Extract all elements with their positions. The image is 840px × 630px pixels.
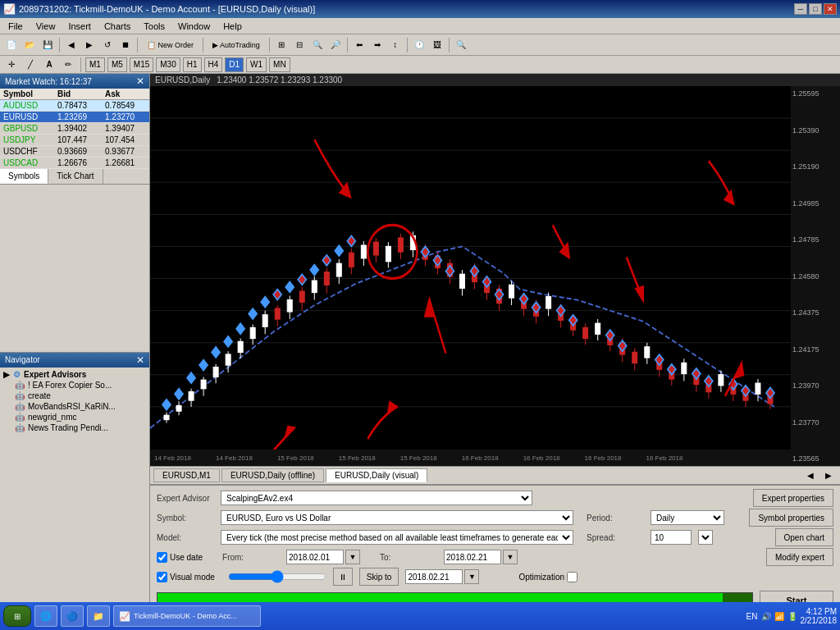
chart-tab-daily-offline[interactable]: EURUSD,Daily (offline) [221,468,324,482]
taskbar-item-chrome[interactable]: 🔵 [61,605,84,627]
toolbar-search[interactable]: 🔍 [453,37,469,53]
skip-to-button[interactable]: Skip to [359,568,399,586]
nav-item-ea-copier[interactable]: 🤖 ! EA Forex Copier So... [2,380,148,390]
skip-date-input[interactable] [405,569,463,584]
nav-item-ea-news[interactable]: 🤖 News Trading Pendi... [2,422,148,433]
windows-icon: ⊞ [14,612,21,621]
chart-nav-left[interactable]: ◀ [802,468,819,484]
chart-tab-m1[interactable]: EURUSD,M1 [153,468,220,482]
market-watch-row-gbpusd[interactable]: GBPUSD 1.39402 1.39407 [0,123,149,135]
toolbar-refresh[interactable]: ↺ [99,37,116,53]
menu-tools[interactable]: Tools [137,20,171,33]
period-m30[interactable]: M30 [156,57,180,72]
menu-file[interactable]: File [2,20,30,33]
toolbar-image[interactable]: 🖼 [429,37,445,53]
toolbar-back[interactable]: ◀ [63,37,80,53]
close-button[interactable]: ✕ [824,3,837,15]
svg-rect-11 [164,415,169,419]
symbol-props-button[interactable]: Symbol properties [749,509,833,527]
period-w1[interactable]: W1 [246,57,267,72]
period-m1[interactable]: M1 [85,57,105,72]
modify-expert-button[interactable]: Modify expert [766,548,833,566]
skip-cal-btn[interactable]: ▼ [464,569,479,584]
taskbar-item-mt4[interactable]: 📈 Tickmill-DemoUK - Demo Acc... [113,605,261,627]
toolbar-forward[interactable]: ▶ [81,37,98,53]
toolbar-btn-4[interactable]: 🔎 [327,37,344,53]
navigator-close[interactable]: ✕ [136,354,144,366]
start-button-taskbar[interactable]: ⊞ [3,605,31,627]
period-dropdown[interactable]: Daily [651,510,724,525]
optimization-checkbox[interactable] [567,572,578,582]
toolbar-save[interactable]: 💾 [39,37,56,53]
nav-item-ea-create[interactable]: 🤖 create [2,390,148,401]
text-btn[interactable]: A [41,57,57,73]
expert-dropdown[interactable]: ScalpingEAv2.ex4 [221,491,532,505]
open-chart-button[interactable]: Open chart [775,528,833,546]
toolbar-new-order[interactable]: 📋 New Order [141,37,199,53]
model-dropdown[interactable]: Every tick (the most precise method base… [221,530,573,545]
toolbar-new[interactable]: 📄 [3,37,20,53]
price-6: 1.24580 [792,272,838,281]
toolbar-btn-6[interactable]: ➡ [369,37,386,53]
toolbar-autotrading[interactable]: ▶ AutoTrading [207,37,266,53]
from-cal-btn[interactable]: ▼ [345,550,360,564]
symbol-usdcad: USDCAD [0,158,54,169]
to-date-input[interactable] [444,550,501,564]
menu-charts[interactable]: Charts [98,20,137,33]
tab-tick-chart[interactable]: Tick Chart [48,169,103,184]
market-watch-row-usdcad[interactable]: USDCAD 1.26676 1.26681 [0,158,149,169]
expert-props-button[interactable]: Expert properties [753,489,833,507]
chart-nav-right[interactable]: ▶ [820,468,837,484]
svg-rect-29 [275,308,280,319]
nav-item-ea-newgrid[interactable]: 🤖 newgrid_nmc [2,412,148,422]
symbol-dropdown[interactable]: EURUSD, Euro vs US Dollar [221,510,573,525]
toolbar-separator-4 [269,38,270,52]
period-mn[interactable]: MN [269,57,290,72]
market-watch-row-usdjpy[interactable]: USDJPY 107.447 107.454 [0,135,149,146]
visual-speed-slider[interactable] [228,570,326,583]
taskbar-item-ie[interactable]: 🌐 [34,605,57,627]
spread-input[interactable] [651,530,692,545]
visual-mode-checkbox[interactable] [157,572,167,582]
ask-usdcad: 1.26681 [102,158,149,169]
line-btn[interactable]: ╱ [22,57,39,73]
menu-view[interactable]: View [30,20,62,33]
menu-insert[interactable]: Insert [62,20,98,33]
toolbar-clock[interactable]: 🕐 [411,37,427,53]
use-date-checkbox[interactable] [157,552,167,563]
menu-window[interactable]: Window [171,20,217,33]
spread-dropdown[interactable] [698,530,713,545]
toolbar-open[interactable]: 📂 [21,37,38,53]
maximize-button[interactable]: □ [809,3,822,15]
toolbar-btn-5[interactable]: ⬅ [351,37,368,53]
period-m5[interactable]: M5 [107,57,127,72]
market-watch-row-audusd[interactable]: AUDUSD 0.78473 0.78549 [0,100,149,112]
toolbar-btn-1[interactable]: ⊞ [273,37,290,53]
toolbar-btn-2[interactable]: ⊟ [291,37,308,53]
toolbar-btn-3[interactable]: 🔍 [309,37,326,53]
toolbar-stop[interactable]: ⏹ [117,37,134,53]
period-h4[interactable]: H4 [204,57,223,72]
nav-item-ea-movbands[interactable]: 🤖 MovBandsRSI_KaRiN... [2,401,148,412]
taskbar-item-folder[interactable]: 📁 [87,605,110,627]
market-watch-row-usdchf[interactable]: USDCHF 0.93669 0.93677 [0,146,149,158]
svg-marker-115 [224,336,232,347]
period-m15[interactable]: M15 [130,57,153,72]
toolbar-btn-7[interactable]: ↕ [387,37,404,53]
period-h1[interactable]: H1 [183,57,202,72]
market-watch-close[interactable]: ✕ [136,75,144,87]
to-cal-btn[interactable]: ▼ [503,550,518,564]
chart-tab-daily-visual[interactable]: EURUSD,Daily (visual) [326,468,427,482]
market-watch-row-eurusd[interactable]: EURUSD 1.23269 1.23270 [0,112,149,123]
chart-canvas[interactable]: 1.25595 1.25390 1.25190 1.24985 1.24785 … [150,86,840,466]
draw-btn[interactable]: ✏ [60,57,76,73]
menu-help[interactable]: Help [217,20,249,33]
minimize-button[interactable]: ─ [794,3,807,15]
pause-button[interactable]: ⏸ [333,568,353,586]
crosshair-btn[interactable]: ✛ [3,57,20,73]
nav-folder-ea[interactable]: ▶ ⚙ Expert Advisors [2,369,148,380]
from-date-input[interactable] [286,550,344,564]
tab-symbols[interactable]: Symbols [0,169,48,184]
period-d1[interactable]: D1 [225,57,244,72]
time-5: 15 Feb 2018 [400,454,437,462]
